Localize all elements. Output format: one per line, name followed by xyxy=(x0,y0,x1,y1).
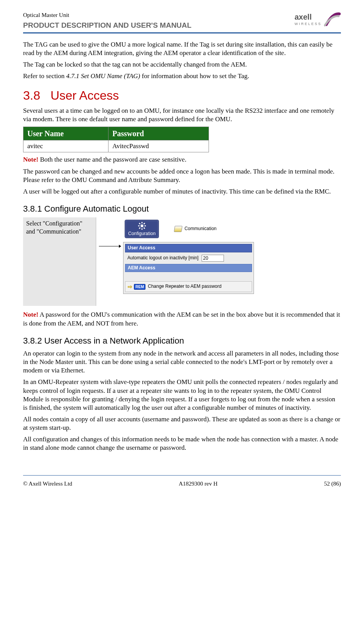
brand-sub: WIRELESS xyxy=(294,22,322,27)
footer-rule xyxy=(23,475,341,476)
text-span: for information about how to set the Tag… xyxy=(140,72,249,80)
body-paragraph: Refer to section 4.7.1 Set OMU Name (TAG… xyxy=(23,72,341,80)
wave-icon xyxy=(324,12,341,27)
panel-header-user-access: User Access xyxy=(125,244,252,252)
figure-caption: Select "Configuration" and "Communicatio… xyxy=(23,217,96,306)
figure-row: Select "Configuration" and "Communicatio… xyxy=(23,217,341,306)
table-row: avitec AvitecPasswd xyxy=(23,140,209,152)
credentials-table: User Name Password avitec AvitecPasswd xyxy=(23,127,209,152)
screenshot-mock: Configuration Communication User Access … xyxy=(123,217,254,294)
rem-badge: REM xyxy=(134,284,145,290)
note-paragraph: Note! Both the user name and the passwor… xyxy=(23,155,341,164)
arrow-glyph-icon: ⇨ xyxy=(128,283,132,290)
body-paragraph: The TAG can be used to give the OMU a mo… xyxy=(23,40,341,57)
configuration-label: Configuration xyxy=(128,231,155,237)
section-title: User Access xyxy=(50,88,119,102)
svg-point-2 xyxy=(140,225,143,227)
text-span: Refer to section xyxy=(23,72,66,80)
svg-line-9 xyxy=(139,228,140,229)
note-text: A password for the OMU's communication w… xyxy=(23,311,340,327)
gear-icon xyxy=(138,222,146,230)
note-label: Note! xyxy=(23,156,38,163)
manual-subtitle: PRODUCT DESCRIPTION AND USER'S MANUAL xyxy=(23,21,192,30)
footer-pagenum: 52 (86) xyxy=(324,480,341,488)
table-header-username: User Name xyxy=(23,127,109,140)
svg-marker-1 xyxy=(119,245,121,248)
body-paragraph: An operator can login to the system from… xyxy=(23,349,341,375)
auto-logout-label: Automatic logout on inactivity [min] xyxy=(127,255,199,261)
panel-header-aem-access: AEM Access xyxy=(125,264,252,272)
panel-footer-button[interactable]: ⇨ REM Change Repeater to AEM password xyxy=(125,281,252,292)
settings-panel: User Access Automatic logout on inactivi… xyxy=(123,242,254,294)
footer-docnum: A1829300 rev H xyxy=(179,480,218,488)
section-heading-3-8: 3.8 User Access xyxy=(23,88,341,104)
svg-line-7 xyxy=(139,223,140,224)
body-paragraph: In an OMU-Repeater system with slave-typ… xyxy=(23,378,341,412)
auto-logout-input[interactable] xyxy=(202,255,224,262)
table-cell-username: avitec xyxy=(23,140,109,152)
subsection-heading-3-8-2: 3.8.2 User Access in a Network Applicati… xyxy=(23,336,341,347)
table-cell-password: AvitecPasswd xyxy=(109,140,209,152)
body-paragraph: The Tag can be locked so that the tag ca… xyxy=(23,60,341,69)
body-paragraph: A user will be logged out after a config… xyxy=(23,187,341,196)
note-label: Note! xyxy=(23,311,38,318)
arrow-icon xyxy=(96,217,123,275)
body-paragraph: Several users at a time can be logged on… xyxy=(23,107,341,124)
configuration-button[interactable]: Configuration xyxy=(125,220,159,238)
body-paragraph: All nodes contain a copy of all user acc… xyxy=(23,415,341,432)
brand-logo: axell WIRELESS xyxy=(294,12,341,27)
svg-line-10 xyxy=(144,223,145,224)
footer-copyright: © Axell Wireless Ltd xyxy=(23,480,72,488)
brand-main: axell xyxy=(294,12,322,22)
subsection-heading-3-8-1: 3.8.1 Configure Automatic Logout xyxy=(23,204,341,215)
note-paragraph: Note! A password for the OMU's communica… xyxy=(23,310,341,327)
change-password-label: Change Repeater to AEM password xyxy=(148,284,221,290)
body-paragraph: The password can be changed and new acco… xyxy=(23,167,341,184)
envelope-icon xyxy=(174,226,182,232)
section-ref: 4.7.1 Set OMU Name (TAG) xyxy=(66,72,140,80)
section-number: 3.8 xyxy=(23,88,40,102)
svg-line-8 xyxy=(144,228,145,229)
header-rule xyxy=(23,32,341,33)
body-paragraph: All configuration and changes of this in… xyxy=(23,435,341,452)
product-name: Optical Master Unit xyxy=(23,12,192,19)
table-header-password: Password xyxy=(109,127,209,140)
communication-label: Communication xyxy=(184,226,216,232)
communication-tab[interactable]: Communication xyxy=(174,226,216,232)
note-text: Both the user name and the password are … xyxy=(38,156,187,163)
